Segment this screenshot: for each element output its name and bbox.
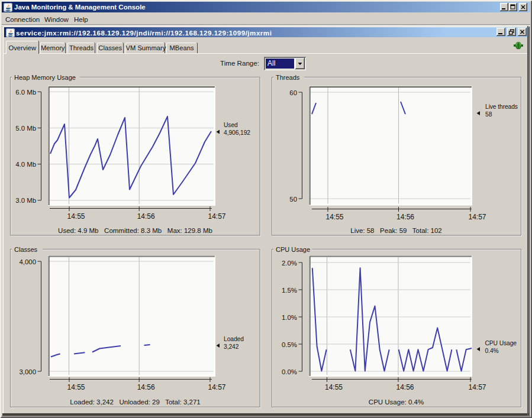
svg-text:50: 50 — [289, 196, 297, 203]
svg-text:14:56: 14:56 — [396, 383, 414, 391]
svg-text:0.4%: 0.4% — [485, 348, 499, 354]
svg-text:14:57: 14:57 — [468, 383, 486, 391]
svg-text:3,242: 3,242 — [224, 344, 239, 350]
svg-text:5.0 Mb: 5.0 Mb — [15, 125, 36, 132]
svg-text:14:57: 14:57 — [208, 212, 225, 221]
svg-text:CPU Usage: CPU Usage — [485, 340, 517, 346]
svg-text:14:55: 14:55 — [67, 383, 85, 391]
svg-text:4,906,192: 4,906,192 — [224, 129, 250, 136]
svg-text:14:55: 14:55 — [325, 213, 343, 221]
svg-text:3.0 Mb: 3.0 Mb — [15, 197, 36, 204]
svg-text:CPU Usage: CPU Usage — [276, 246, 310, 253]
svg-text:0.5%: 0.5% — [282, 341, 297, 348]
svg-text:1.5%: 1.5% — [282, 287, 297, 294]
svg-text:Loaded: Loaded — [224, 336, 244, 342]
svg-text:14:55: 14:55 — [325, 383, 343, 391]
svg-text:Loaded: 3,242 Unloaded: 29: Loaded: 3,242 Unloaded: 29 Total: 3,271 — [70, 398, 200, 406]
svg-text:3,000: 3,000 — [19, 368, 36, 375]
svg-text:60: 60 — [289, 89, 297, 96]
svg-text:0.0%: 0.0% — [282, 368, 297, 375]
svg-text:1.0%: 1.0% — [282, 314, 297, 321]
svg-text:14:56: 14:56 — [137, 212, 155, 221]
svg-text:4.0 Mb: 4.0 Mb — [15, 161, 36, 168]
svg-text:14:56: 14:56 — [137, 383, 155, 391]
svg-text:Heap Memory Usage: Heap Memory Usage — [14, 74, 76, 81]
svg-text:4,000: 4,000 — [19, 258, 36, 265]
svg-text:14:57: 14:57 — [208, 383, 225, 391]
svg-text:Classes: Classes — [14, 246, 38, 253]
svg-text:CPU Usage: 0.4%: CPU Usage: 0.4% — [369, 398, 424, 406]
svg-text:58: 58 — [485, 111, 492, 118]
svg-text:Used: 4.9 Mb Committed: 8.3: Used: 4.9 Mb Committed: 8.3 Mb Max: 129.… — [58, 227, 212, 234]
svg-text:Used: Used — [224, 122, 238, 128]
svg-text:Threads: Threads — [276, 74, 300, 81]
svg-text:2.0%: 2.0% — [282, 260, 297, 267]
svg-text:14:56: 14:56 — [396, 213, 414, 221]
svg-text:Live threads: Live threads — [485, 103, 518, 110]
svg-text:Live: 58 Peak: 59 Total: 1: Live: 58 Peak: 59 Total: 102 — [350, 227, 442, 234]
svg-text:6.0 Mb: 6.0 Mb — [15, 89, 36, 96]
svg-text:14:57: 14:57 — [468, 213, 486, 221]
svg-text:14:55: 14:55 — [67, 212, 85, 221]
